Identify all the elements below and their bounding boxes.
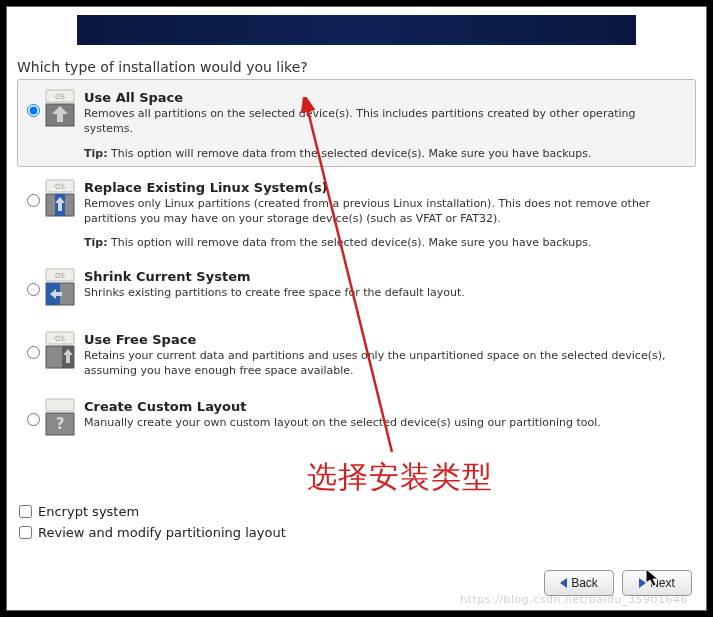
radio-cell bbox=[22, 328, 44, 359]
option-icon: OS bbox=[44, 176, 84, 223]
tip-text: This option will remove data from the se… bbox=[111, 236, 591, 249]
option-use-all-space[interactable]: OS Use All Space Removes all partitions … bbox=[17, 79, 696, 167]
review-label: Review and modify partitioning layout bbox=[38, 525, 286, 540]
option-desc: Shrinks existing partitions to create fr… bbox=[84, 286, 685, 301]
option-tip: Tip: This option will remove data from t… bbox=[84, 236, 685, 249]
option-title: Create Custom Layout bbox=[84, 399, 685, 414]
disk-free-icon: OS bbox=[44, 330, 76, 372]
back-label: Back bbox=[571, 576, 598, 590]
arrow-left-icon bbox=[560, 578, 567, 588]
option-custom-layout[interactable]: ? Create Custom Layout Manually create y… bbox=[17, 388, 696, 449]
option-desc: Retains your current data and partitions… bbox=[84, 349, 685, 379]
installer-window: Which type of installation would you lik… bbox=[6, 6, 707, 611]
annotation-text: 选择安装类型 bbox=[307, 457, 493, 498]
option-text: Create Custom Layout Manually create you… bbox=[84, 395, 691, 431]
svg-text:OS: OS bbox=[55, 93, 66, 101]
review-row[interactable]: Review and modify partitioning layout bbox=[19, 525, 286, 540]
option-shrink[interactable]: OS Shrink Current System Shrinks existin… bbox=[17, 258, 696, 319]
option-text: Replace Existing Linux System(s) Removes… bbox=[84, 176, 691, 250]
tip-text: This option will remove data from the se… bbox=[111, 147, 591, 160]
option-icon: OS bbox=[44, 265, 84, 312]
option-tip: Tip: This option will remove data from t… bbox=[84, 147, 685, 160]
radio-cell bbox=[22, 395, 44, 426]
arrow-right-icon bbox=[639, 578, 646, 588]
radio-use-all-space[interactable] bbox=[27, 104, 40, 117]
svg-text:OS: OS bbox=[55, 183, 66, 191]
option-icon: OS bbox=[44, 328, 84, 375]
option-desc: Removes all partitions on the selected d… bbox=[84, 107, 685, 137]
disk-shrink-icon: OS bbox=[44, 267, 76, 309]
install-type-prompt: Which type of installation would you lik… bbox=[7, 51, 706, 79]
option-replace-linux[interactable]: OS Replace Existing Linux System(s) Remo… bbox=[17, 169, 696, 257]
watermark-text: https://blog.csdn.net/baidu_35901646 bbox=[460, 593, 688, 606]
radio-cell bbox=[22, 176, 44, 207]
option-desc: Removes only Linux partitions (created f… bbox=[84, 197, 685, 227]
radio-replace-linux[interactable] bbox=[27, 194, 40, 207]
option-free-space[interactable]: OS Use Free Space Retains your current d… bbox=[17, 321, 696, 386]
disk-replace-icon: OS bbox=[44, 178, 76, 220]
radio-shrink[interactable] bbox=[27, 283, 40, 296]
option-title: Shrink Current System bbox=[84, 269, 685, 284]
review-checkbox[interactable] bbox=[19, 526, 32, 539]
svg-text:?: ? bbox=[56, 415, 65, 433]
tip-label: Tip: bbox=[84, 236, 108, 249]
option-icon: OS bbox=[44, 86, 84, 133]
next-label: Next bbox=[650, 576, 675, 590]
radio-free-space[interactable] bbox=[27, 346, 40, 359]
svg-text:OS: OS bbox=[55, 335, 66, 343]
svg-text:OS: OS bbox=[55, 272, 66, 280]
radio-cell bbox=[22, 265, 44, 296]
radio-cell bbox=[22, 86, 44, 117]
option-desc: Manually create your own custom layout o… bbox=[84, 416, 685, 431]
header-banner bbox=[77, 15, 636, 45]
tip-label: Tip: bbox=[84, 147, 108, 160]
option-icon: ? bbox=[44, 395, 84, 442]
encrypt-row[interactable]: Encrypt system bbox=[19, 504, 286, 519]
encrypt-label: Encrypt system bbox=[38, 504, 139, 519]
option-title: Use All Space bbox=[84, 90, 685, 105]
option-text: Use All Space Removes all partitions on … bbox=[84, 86, 691, 160]
install-options: OS Use All Space Removes all partitions … bbox=[7, 79, 706, 449]
svg-rect-19 bbox=[46, 399, 74, 411]
radio-custom-layout[interactable] bbox=[27, 413, 40, 426]
bottom-options: Encrypt system Review and modify partiti… bbox=[19, 504, 286, 546]
disk-custom-icon: ? bbox=[44, 397, 76, 439]
option-text: Shrink Current System Shrinks existing p… bbox=[84, 265, 691, 301]
disk-use-all-icon: OS bbox=[44, 88, 76, 130]
encrypt-checkbox[interactable] bbox=[19, 505, 32, 518]
option-text: Use Free Space Retains your current data… bbox=[84, 328, 691, 379]
option-title: Replace Existing Linux System(s) bbox=[84, 180, 685, 195]
option-title: Use Free Space bbox=[84, 332, 685, 347]
